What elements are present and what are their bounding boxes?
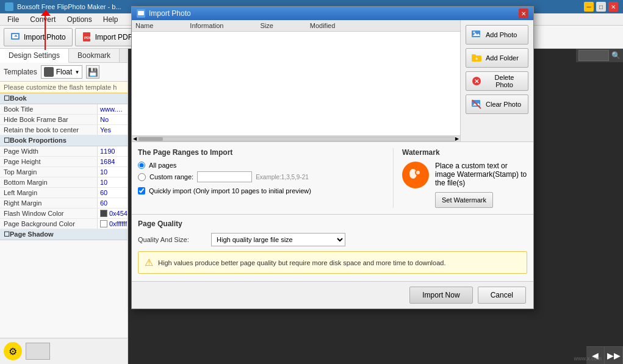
modal-footer: Import Now Cancel [132,281,533,309]
bottom-icon: ⚙ [4,342,22,360]
tab-bookmark[interactable]: Bookmark [69,49,120,62]
custom-range-input[interactable] [197,171,252,182]
prop-label-bottom-margin: Bottom Margin [0,177,98,187]
close-button[interactable]: ✕ [608,2,618,12]
add-photo-label: Add Photo [486,31,517,38]
quick-import-checkbox-row[interactable]: Quickly import (Only import 10 pages to … [138,187,384,194]
menu-file[interactable]: File [2,14,24,25]
maximize-button[interactable]: □ [596,2,606,12]
prop-value-retain-center[interactable]: Yes [98,125,128,135]
prop-label-page-height: Page Height [0,157,98,166]
nav-next-button[interactable]: ▶▶ [605,347,623,364]
quality-title: Page Quality [138,219,527,228]
svg-rect-6 [138,11,144,15]
watermark-area: Place a custom text or image Watermark(S… [402,162,527,208]
scroll-right-arrow[interactable]: ▶ [455,136,459,141]
bottom-thumb [26,343,50,360]
clear-photo-icon [471,99,482,110]
col-name: Name [135,22,153,29]
group-shadow[interactable]: ☐Page Shadow [0,229,128,240]
sidebar-bottom: ⚙ [0,338,128,364]
modal-title-text: Import Photo [149,9,191,18]
quick-import-label: Quickly import (Only import 10 pages to … [149,187,311,194]
file-list-body [132,32,460,135]
radio-group: All pages Custom range: Example:1,3,5,9-… [138,162,384,182]
watermark-section: Watermark Place a custo [393,148,527,208]
sidebar: Design Settings Bookmark Templates Float… [0,49,128,364]
modal-title-bar: Import Photo ✕ [132,7,533,20]
prop-book-title: Book Title www.FlipBo... [0,104,128,115]
all-pages-radio[interactable]: All pages [138,162,384,169]
group-proportions[interactable]: ☐Book Proportions [0,135,128,146]
quality-select[interactable]: High quality large file size Medium qual… [211,233,345,246]
template-area: Templates Float ▼ 💾 [0,63,128,82]
tab-design[interactable]: Design Settings [0,49,69,63]
save-button[interactable]: 💾 [86,65,99,79]
prop-label-top-margin: Top Margin [0,167,98,177]
prop-value-top-margin[interactable]: 10 [98,167,128,177]
search-input[interactable] [578,50,609,61]
quick-import-checkbox[interactable] [138,187,145,194]
all-pages-radio-input[interactable] [138,162,145,169]
prop-value-right-margin[interactable]: 60 [98,198,128,208]
svg-point-9 [474,32,475,34]
prop-value-left-margin[interactable]: 60 [98,188,128,198]
window-color-text: 0x45454... [109,210,128,217]
import-photo-button[interactable]: Import Photo [4,28,73,46]
prop-label-retain-center: Retain the book to center [0,125,98,135]
template-selector[interactable]: Float ▼ [41,65,83,79]
import-now-button[interactable]: Import Now [409,287,472,304]
group-book[interactable]: ☐Book [0,93,128,104]
custom-range-radio-input[interactable] [138,173,146,181]
prop-bottom-margin: Bottom Margin 10 [0,177,128,188]
file-list-header: Name Information Size Modified [132,20,460,32]
prop-value-book-title[interactable]: www.FlipBo... [98,104,128,114]
watermark-title: Watermark [402,148,527,157]
cancel-button[interactable]: Cancel [478,287,526,304]
prop-value-page-height[interactable]: 1684 [98,157,128,166]
file-list: Name Information Size Modified ◀ ▶ [132,20,460,141]
menu-options[interactable]: Options [62,14,96,25]
add-folder-label: Add Folder [486,54,519,62]
import-pdf-icon: PDF [82,32,93,43]
modal-settings: The Page Ranges to Import All pages Cust… [132,142,533,215]
prop-value-window-color[interactable]: 0x45454... [98,209,128,218]
prop-value-page-width[interactable]: 1190 [98,146,128,156]
prop-label-bg-color: Page Background Color [0,219,98,229]
add-folder-button[interactable]: + Add Folder [466,48,528,68]
app-window: Boxsoft Free FlipPhoto Maker - b... ─ □ … [0,0,623,364]
page-ranges-title: The Page Ranges to Import [138,148,384,157]
modal-close-button[interactable]: ✕ [519,9,528,18]
quality-warning: ⚠ High values produce better page qualit… [138,251,527,274]
file-scrollbar[interactable]: ◀ ▶ [132,135,460,141]
prop-value-bg-color[interactable]: 0xffffff... [98,219,128,229]
quality-row: Quality And Size: High quality large fil… [138,233,527,246]
bg-color-text: 0xffffff... [109,220,128,227]
scrollbar-track[interactable] [137,137,455,141]
prop-value-bottom-margin[interactable]: 10 [98,177,128,187]
clear-photo-button[interactable]: Clear Photo [466,95,528,114]
warning-text: High values produce better page quality … [158,259,445,266]
clear-photo-label: Clear Photo [486,101,521,108]
properties-list: ☐Book Book Title www.FlipBo... Hide Book… [0,93,128,338]
search-icon[interactable]: 🔍 [611,51,621,60]
prop-label-page-width: Page Width [0,146,98,156]
prop-window-color: Flash Window Color 0x45454... [0,209,128,219]
page-quality-section: Page Quality Quality And Size: High qual… [132,215,533,281]
customize-bar: Please customize the flash template h [0,82,128,93]
delete-photo-button[interactable]: ✕ Delete Photo [466,71,528,91]
set-watermark-button[interactable]: Set Watermark [435,192,493,208]
import-pdf-button[interactable]: PDF Import PDF [75,28,139,46]
template-dropdown-icon: ▼ [74,70,79,75]
window-color-swatch [100,210,107,217]
add-photo-button[interactable]: Add Photo [466,25,528,45]
prop-value-hide-frame[interactable]: No [98,115,128,124]
menu-help[interactable]: Help [98,14,123,25]
svg-text:✕: ✕ [474,78,479,85]
minimize-button[interactable]: ─ [584,2,594,12]
prop-label-hide-frame: Hide Book Frame Bar [0,115,98,124]
prop-hide-frame: Hide Book Frame Bar No [0,115,128,125]
prop-page-width: Page Width 1190 [0,146,128,157]
col-modified: Modified [310,22,336,29]
prop-top-margin: Top Margin 10 [0,167,128,177]
